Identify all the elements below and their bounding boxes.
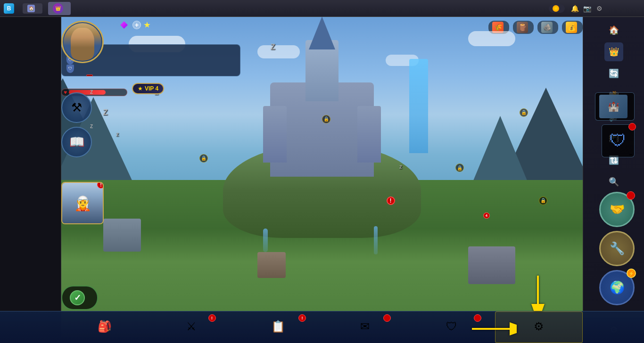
wood-resource: 🪵 — [513, 21, 534, 34]
gold-icon: 💰 — [566, 22, 577, 33]
nav-bag[interactable]: 🎒 — [61, 311, 148, 343]
lock-1: 🔒 — [199, 154, 208, 163]
nav-quest[interactable]: 📋 ! — [235, 311, 322, 343]
building-2 — [257, 252, 286, 278]
timer-thumbnail: 🏰 — [599, 95, 627, 118]
build-btn[interactable]: ⚒ Z — [61, 92, 92, 123]
quest-bar[interactable]: ✓ — [61, 286, 98, 310]
castle-island — [204, 49, 440, 247]
shield-badge-count — [628, 123, 636, 131]
hammer-icon: ⚒ — [71, 100, 82, 115]
sleep-z-4: Z — [271, 43, 275, 51]
badge-4: 4 — [483, 212, 490, 219]
lock-2: 🔒 — [322, 115, 330, 123]
home-tab-icon: 🏠 — [27, 5, 35, 12]
star-icon: ★ — [138, 85, 143, 92]
shield-quest-btn[interactable]: 🛡 — [602, 124, 635, 157]
alert-marker-1: ! — [387, 196, 395, 205]
building-3 — [468, 246, 515, 284]
toolbar-refresh-btn[interactable]: 🔄 — [604, 64, 623, 83]
settings-icon: ⚙ — [534, 320, 544, 333]
sleep-z-2: z — [116, 131, 119, 138]
toolbar-game-btn[interactable]: 👑 — [604, 42, 623, 61]
book-icon: 📖 — [69, 135, 84, 149]
restore-btn[interactable] — [619, 4, 628, 13]
lock-3: 🔒 — [455, 163, 464, 172]
build-sleep-z: Z — [90, 90, 93, 95]
stone-icon: 🪨 — [541, 22, 553, 33]
vip-text: VIP 4 — [145, 85, 158, 92]
toolbar-zoom-btn[interactable]: 🔍 — [604, 172, 623, 191]
left-sidebar-bg — [0, 17, 61, 343]
shield-large-icon: 🛡 — [610, 131, 627, 151]
sleep-z-1: Z — [103, 108, 108, 117]
hero-icon: ⚔ — [186, 320, 197, 333]
left-sidebar: ⚒ Z 📖 Z — [61, 92, 92, 157]
npc-figure: 🧝 — [62, 183, 103, 223]
globe-btn[interactable]: 🌍 ⚡ — [599, 270, 635, 305]
titlebar-actions: 🔔 📷 ⚙ — [570, 4, 640, 13]
hero-badge: ! — [208, 314, 216, 322]
quest-badge: ! — [298, 314, 306, 322]
right-side-ui: 🏰 🛡 — [595, 92, 635, 157]
timer-box[interactable]: 🏰 — [595, 92, 635, 121]
lock-4: 🔒 — [520, 108, 528, 117]
stone-resource: 🪨 — [537, 21, 558, 34]
toolbar-home-btn[interactable]: 🏠 — [604, 21, 623, 40]
book-btn[interactable]: 📖 Z — [61, 127, 92, 157]
action-buttons: 🤝 🔧 🌍 ⚡ — [599, 192, 635, 305]
lock-5: 🔒 — [539, 196, 547, 205]
wood-icon: 🪵 — [517, 22, 528, 33]
bluestacks-logo: B — [4, 3, 17, 14]
game-tab-icon: 👑 — [53, 3, 63, 14]
tools-btn[interactable]: 🔧 — [599, 231, 635, 266]
game-tab[interactable]: 👑 — [48, 2, 71, 15]
handshake-icon: 🤝 — [610, 202, 625, 217]
home-tab[interactable]: 🏠 — [23, 3, 42, 14]
cloud-3 — [468, 31, 515, 46]
game-area: Z z Z Z z 🔒 🔒 🔒 🔒 🔒 ! 4 + — [0, 17, 644, 343]
camera-btn[interactable]: 📷 — [583, 4, 591, 13]
mail-badge — [383, 314, 391, 322]
arrow-down — [524, 273, 552, 311]
book-sleep-z: Z — [90, 124, 93, 129]
nav-hero[interactable]: ⚔ ! — [148, 311, 235, 343]
level-badge — [86, 74, 93, 76]
gold-resource: 💰 — [562, 21, 583, 34]
close-btn[interactable] — [632, 4, 640, 13]
building-1 — [103, 219, 141, 252]
notification-btn[interactable]: 🔔 — [570, 4, 579, 13]
mail-icon: ✉ — [360, 320, 370, 333]
quest-check-icon: ✓ — [70, 290, 85, 305]
globe-icon: 🌍 — [610, 280, 625, 295]
npc-avatar[interactable]: 🧝 ! — [61, 182, 104, 224]
arrow-right — [470, 319, 517, 338]
npc-alert-badge: ! — [97, 182, 104, 188]
avatar-alert-badge: ! — [97, 21, 103, 28]
avatar-frame: ! — [61, 21, 104, 63]
handshake-badge — [627, 191, 635, 200]
npc-frame: 🧝 ! — [61, 182, 104, 224]
minimize-btn[interactable] — [607, 4, 616, 13]
nav-mail[interactable]: ✉ — [322, 311, 408, 343]
bag-icon: 🎒 — [98, 320, 112, 333]
bottom-nav: 🎒 ⚔ ! 📋 ! ✉ 🛡 — [0, 311, 644, 343]
globe-energy-badge: ⚡ — [627, 269, 636, 278]
player-avatar[interactable]: ! — [61, 21, 118, 77]
settings-btn[interactable]: ⚙ — [595, 4, 603, 13]
coins-display — [549, 4, 565, 13]
avatar-image — [64, 23, 101, 61]
quest-icon: 📋 — [271, 320, 285, 333]
coin-icon — [553, 5, 559, 12]
vip-badge[interactable]: ★ VIP 4 — [132, 83, 164, 94]
avatar-head — [71, 28, 94, 61]
handshake-btn[interactable]: 🤝 — [599, 192, 635, 227]
bluestacks-icon: B — [4, 3, 14, 14]
tools-icon: 🔧 — [610, 241, 625, 256]
shield-timer — [629, 154, 632, 155]
sleep-z-5: z — [399, 163, 402, 170]
guild-icon: 🛡 — [446, 320, 457, 333]
titlebar: B 🏠 👑 🔔 📷 ⚙ — [0, 0, 644, 17]
